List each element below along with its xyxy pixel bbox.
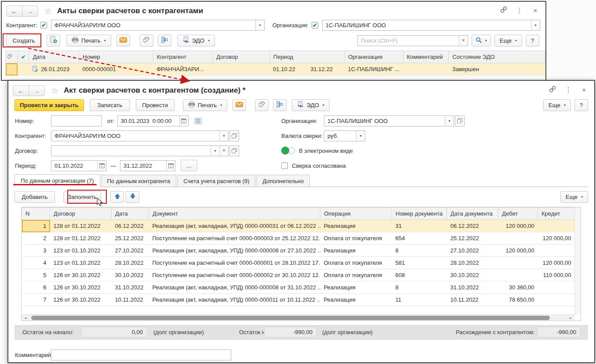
table-row[interactable]: 5126 от 30.10.202230.10.2022Поступление …	[22, 269, 575, 281]
open-counterparty-button[interactable]	[229, 130, 239, 141]
post-button[interactable]: Провести	[136, 99, 174, 111]
new-copy-button[interactable]	[47, 35, 60, 47]
cell-operation[interactable]: Реализация	[320, 245, 392, 257]
close-icon[interactable]: ×	[531, 7, 540, 14]
help-button[interactable]: ?	[574, 99, 588, 111]
calendar-icon[interactable]	[97, 161, 106, 171]
cell-credit[interactable]	[538, 220, 575, 232]
link-icon[interactable]	[499, 5, 509, 15]
column-header-counterparty[interactable]: Контрагент	[153, 51, 213, 63]
back-button[interactable]: ←	[13, 85, 29, 96]
column-header-organization[interactable]: Организация	[345, 51, 403, 63]
contract-input[interactable]: ▾ ×	[51, 145, 229, 156]
favorite-star-icon[interactable]: ☆	[44, 6, 52, 16]
cell-date[interactable]: 31.10.2022	[112, 281, 149, 294]
cell-doc_number[interactable]: 608	[392, 269, 447, 281]
cell-date[interactable]: 27.10.2022	[112, 245, 149, 257]
calendar-icon[interactable]	[179, 116, 188, 126]
column-header-comment[interactable]: Комментарий	[403, 51, 449, 63]
column-header-contract[interactable]: Договор	[213, 51, 269, 63]
cell-doc_number[interactable]: 11	[392, 294, 447, 306]
journal-icon[interactable]	[194, 118, 202, 124]
column-header-contract[interactable]: Договор	[50, 208, 112, 220]
cell-document[interactable]: Поступление на расчетный счет 0000-00000…	[149, 257, 320, 269]
organization-filter-checkbox[interactable]: ✔	[312, 22, 318, 29]
currency-input[interactable]: руб. ▾	[324, 130, 365, 141]
cell-comment[interactable]	[403, 63, 449, 76]
cell-doc_number[interactable]: 654	[392, 232, 447, 245]
link-icon[interactable]	[548, 85, 557, 95]
dropdown-icon[interactable]: ▾	[211, 146, 219, 156]
comment-input[interactable]	[51, 350, 231, 360]
table-more-button[interactable]: Еще ▾	[560, 191, 588, 203]
cell-attachment[interactable]	[6, 63, 18, 76]
cell-credit[interactable]	[538, 245, 575, 257]
column-header-n[interactable]: N	[22, 208, 50, 220]
search-button[interactable]: ▾	[472, 35, 491, 47]
table-row[interactable]: 4123 от 01.10.202228.10.2022Поступление …	[22, 257, 575, 269]
table-row[interactable]: 26.01.2023 0000-000001 ФРАНЧАЙЗАРИ... 01…	[6, 63, 545, 76]
cell-date[interactable]: 30.10.2022	[112, 269, 149, 281]
cell-date[interactable]: 10.11.2022	[112, 294, 149, 306]
period-end-input[interactable]: 31.12.2022	[120, 160, 175, 171]
open-contract-button[interactable]	[229, 145, 239, 156]
post-and-close-button[interactable]: Провести и закрыть	[15, 99, 84, 111]
cell-credit[interactable]: 120 000,00	[538, 232, 575, 245]
cell-contract[interactable]: 126 от 30.10.2022	[50, 294, 112, 306]
window-menu-icon[interactable]: ⋮	[515, 6, 524, 14]
print-button[interactable]: Печать ▾	[183, 99, 228, 111]
document-date-input[interactable]: 30.01.2023 0:00:00	[117, 115, 189, 126]
table-row[interactable]: 6126 от 30.10.202231.10.2022Реализация (…	[22, 281, 575, 294]
number-input[interactable]	[51, 115, 102, 126]
cell-doc_date[interactable]: 31.10.2022	[447, 281, 498, 294]
agreed-checkbox[interactable]	[281, 162, 288, 169]
cell-debit[interactable]: 120 000,00	[498, 220, 538, 232]
tab-accounts[interactable]: Счета учета расчетов (9)	[177, 175, 255, 187]
posted-column-header[interactable]: ✔	[18, 51, 29, 63]
cell-operation[interactable]: Реализация	[320, 220, 392, 232]
organization-input[interactable]: 1С-ПАБЛИШИНГ ООО ▾	[324, 115, 454, 126]
move-down-button[interactable]	[126, 191, 139, 203]
cell-posted[interactable]	[18, 63, 29, 76]
open-organization-button[interactable]	[455, 115, 465, 126]
search-input[interactable]: ×	[357, 35, 468, 46]
column-header-edo-state[interactable]: Состояние ЭДО	[449, 51, 545, 63]
dropdown-icon[interactable]: ▾	[531, 20, 540, 30]
cell-debit[interactable]	[498, 257, 538, 269]
structure-button[interactable]	[273, 99, 287, 111]
column-header-debit[interactable]: Дебет	[498, 208, 538, 220]
table-row[interactable]: 3123 от 01.10.202227.10.2022Реализация (…	[22, 245, 575, 257]
scroll-right-icon[interactable]: ▸	[567, 315, 574, 321]
dropdown-icon[interactable]: ▾	[219, 131, 228, 141]
cell-doc_date[interactable]: 25.12.2022	[447, 232, 498, 245]
cell-period-end[interactable]: 31.12.22	[307, 63, 344, 76]
tab-counterparty-data[interactable]: По данным контрагента	[101, 175, 177, 187]
save-button[interactable]: Записать	[90, 99, 130, 111]
cell-date[interactable]: 06.12.2022	[112, 220, 149, 232]
attachments-button[interactable]	[255, 99, 269, 111]
attachment-column-header[interactable]	[6, 51, 18, 63]
cell-document[interactable]: Реализация (акт, накладная, УПД) 0000-00…	[149, 294, 320, 306]
comment-text-field[interactable]	[51, 352, 231, 358]
period-start-input[interactable]: 01.10.2022	[51, 160, 106, 171]
favorite-star-icon[interactable]: ☆	[51, 86, 58, 96]
table-row[interactable]: 2128 от 01.12.202225.12.2022Поступление …	[22, 232, 575, 245]
cell-credit[interactable]	[538, 281, 575, 294]
column-header-date[interactable]: Дата	[112, 208, 149, 220]
cell-n[interactable]: 1	[22, 220, 50, 232]
cell-document[interactable]: Поступление на расчетный счет 0000-00000…	[149, 269, 320, 281]
cell-doc_date[interactable]: 30.10.2022	[447, 269, 498, 281]
cell-contract[interactable]: 128 от 01.12.2022	[50, 220, 112, 232]
mail-button[interactable]	[233, 99, 246, 111]
cell-doc_date[interactable]: 10.11.2022	[447, 294, 498, 306]
more-button[interactable]: Еще ▾	[494, 35, 522, 47]
cell-n[interactable]: 3	[22, 245, 50, 257]
electronic-toggle[interactable]	[281, 147, 295, 155]
column-header-date[interactable]: Дата↓	[29, 51, 79, 63]
cell-doc_date[interactable]: 27.10.2022	[447, 245, 498, 257]
clear-icon[interactable]: ×	[219, 146, 228, 156]
cell-contract[interactable]: 126 от 30.10.2022	[50, 281, 112, 294]
dropdown-icon[interactable]: ▾	[356, 131, 365, 141]
edo-button[interactable]: ЭДО ▾	[292, 99, 330, 111]
cell-document[interactable]: Реализация (акт, накладная, УПД) 0000-00…	[149, 281, 320, 294]
